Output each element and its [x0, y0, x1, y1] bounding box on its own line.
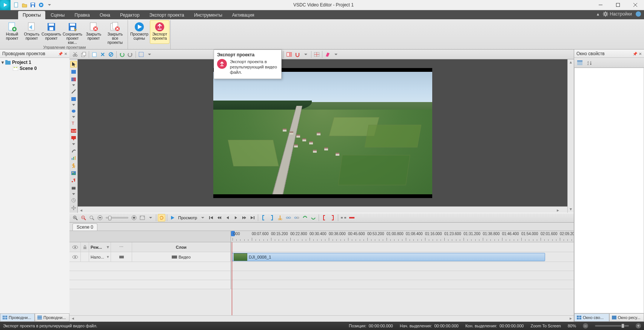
save-as-button[interactable]: Сохранить проект как... [61, 20, 84, 45]
preview-scene-button[interactable]: Просмотр сцены [129, 20, 150, 44]
eye-column-icon[interactable] [69, 242, 81, 252]
red-bracket1-icon[interactable] [320, 214, 328, 222]
ribbon-tab-tools[interactable]: Инструменты [190, 11, 227, 19]
playhead-line[interactable] [232, 242, 232, 315]
animation-icon[interactable] [70, 162, 77, 169]
zoom-fit-icon[interactable] [88, 214, 96, 222]
marker-drop-icon[interactable] [332, 51, 340, 58]
prev-fast-icon[interactable] [216, 214, 223, 222]
image-icon[interactable] [70, 170, 77, 177]
close-project-button[interactable]: Закрыть проект [84, 20, 103, 45]
scroll-up-icon[interactable]: ▴ [568, 59, 574, 66]
zoom-out-icon[interactable] [80, 214, 87, 222]
fit-drop-icon[interactable] [147, 214, 154, 222]
shape-icon[interactable] [70, 96, 77, 102]
play-icon[interactable] [169, 214, 176, 222]
scene-tab-0[interactable]: Scene 0 [72, 223, 97, 231]
select-all-icon[interactable] [137, 51, 145, 58]
gradient-icon[interactable] [70, 76, 77, 83]
align-icon[interactable] [285, 51, 293, 58]
vt-drop-1[interactable] [70, 84, 77, 87]
delete-icon[interactable] [99, 51, 106, 58]
qat-play-icon[interactable] [38, 2, 45, 8]
track-lock-icon[interactable] [81, 252, 89, 262]
dropdown-icon[interactable] [146, 51, 153, 58]
first-icon[interactable] [207, 214, 215, 222]
zoom-plus-icon[interactable] [130, 214, 138, 222]
left-tab-1[interactable]: Проводни... [0, 313, 35, 322]
audio-icon[interactable] [70, 177, 77, 184]
qat-open-icon[interactable] [21, 2, 28, 8]
open-project-button[interactable]: Открыть проект [22, 20, 42, 45]
scroll-left-icon[interactable]: ◂ [78, 207, 84, 213]
close-icon[interactable]: ✕ [64, 52, 67, 56]
video-icon[interactable] [70, 185, 77, 192]
preview-canvas[interactable] [78, 59, 567, 206]
ribbon-tab-edit[interactable]: Правка [70, 11, 95, 19]
snap-icon[interactable] [294, 51, 301, 58]
settings-button[interactable]: Настройки [603, 11, 632, 17]
speed-fast-icon[interactable] [310, 214, 317, 222]
ribbon-tab-editor[interactable]: Редактор [116, 11, 144, 19]
track-mode[interactable]: Нало...▾ [89, 252, 111, 262]
qat-dropdown-icon[interactable] [46, 2, 53, 8]
right-tab-2[interactable]: Окно ресу... [609, 313, 644, 322]
minimize-button[interactable] [592, 0, 609, 10]
vt-drop-3[interactable] [70, 115, 77, 119]
ribbon-collapse-icon[interactable]: ▴ [597, 11, 599, 17]
chart-icon[interactable] [70, 155, 77, 161]
marker-icon[interactable] [324, 51, 331, 58]
last-icon[interactable] [249, 214, 256, 222]
speed-slow-icon[interactable] [301, 214, 309, 222]
preview-v-scroll[interactable]: ▴ ▾ [567, 59, 574, 213]
rect-icon[interactable] [70, 68, 77, 75]
right-tab-1[interactable]: Окно сво... [574, 313, 609, 322]
timeline-h-scroll[interactable]: ◂ ▸ [69, 315, 574, 322]
ribbon-tab-windows[interactable]: Окна [95, 11, 115, 19]
vt-drop-4[interactable] [70, 143, 77, 146]
categorize-icon[interactable] [576, 59, 584, 67]
export-project-button[interactable]: Экспорт проекта [150, 20, 169, 44]
lock-column-icon[interactable] [81, 242, 89, 252]
copy-icon[interactable] [80, 51, 87, 58]
bracket-out-icon[interactable] [268, 214, 276, 222]
grid-toggle-icon[interactable] [313, 51, 320, 58]
counter-icon[interactable] [70, 197, 77, 204]
left-tab-2[interactable]: Проводни... [35, 313, 69, 322]
pen-icon[interactable] [70, 147, 77, 154]
next-icon[interactable] [232, 214, 240, 222]
sort-icon[interactable]: AZ [586, 59, 593, 67]
tree-child[interactable]: Scene 0 [2, 65, 68, 71]
join-icon[interactable] [348, 214, 356, 222]
preview-h-scroll[interactable]: ◂ ▸ [78, 206, 567, 213]
loop-icon[interactable] [158, 214, 165, 222]
close-all-button[interactable]: Закрыть все проекты [103, 20, 127, 45]
text-icon[interactable]: T [70, 120, 77, 127]
status-zoom-out-icon[interactable]: − [583, 323, 588, 328]
split-icon[interactable] [276, 214, 284, 222]
cut-icon[interactable] [71, 51, 79, 58]
track-row-video[interactable]: Нало...▾ Видео DJI_0008_1 [69, 252, 574, 262]
scroll-right-icon[interactable]: ▸ [555, 207, 561, 213]
video-frame[interactable] [213, 68, 432, 198]
help-icon[interactable] [636, 11, 641, 17]
new-project-button[interactable]: Новый проект [2, 20, 22, 45]
unlink-icon[interactable] [293, 214, 300, 222]
save-project-button[interactable]: Сохранить проект [42, 20, 61, 45]
track-name[interactable]: Видео [132, 252, 231, 262]
vt-drop-5[interactable] [70, 192, 77, 196]
undo-icon[interactable] [118, 51, 126, 58]
snap-drop-icon[interactable] [302, 51, 310, 58]
disable-icon[interactable] [107, 51, 115, 58]
status-zoom-in-icon[interactable]: + [636, 323, 641, 328]
line-icon[interactable] [70, 88, 77, 95]
ribbon-tab-scenes[interactable]: Сцены [46, 11, 69, 19]
fit-icon[interactable] [139, 214, 146, 222]
expand-icon[interactable]: ▾ [2, 60, 4, 65]
ellipse-icon[interactable] [70, 108, 77, 115]
zoom-minus-icon[interactable] [96, 214, 104, 222]
prev-icon[interactable] [224, 214, 231, 222]
video-clip[interactable]: DJI_0008_1 [232, 253, 545, 261]
link-icon[interactable] [285, 214, 292, 222]
scroll-down-icon[interactable]: ▾ [568, 206, 574, 213]
